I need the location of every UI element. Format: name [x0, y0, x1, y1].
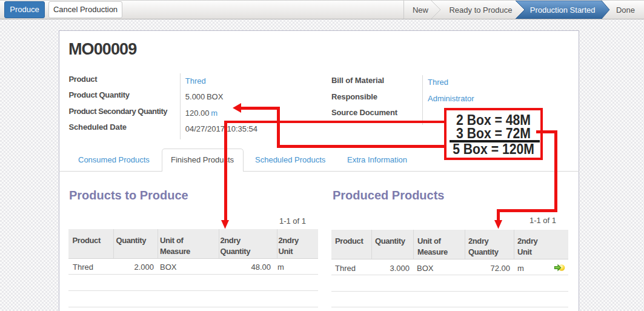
svg-text:New: New	[413, 5, 429, 15]
svg-text:Production Started: Production Started	[530, 5, 596, 15]
svg-text:Ready to Produce: Ready to Produce	[449, 5, 512, 15]
svg-text:Done: Done	[616, 5, 635, 15]
